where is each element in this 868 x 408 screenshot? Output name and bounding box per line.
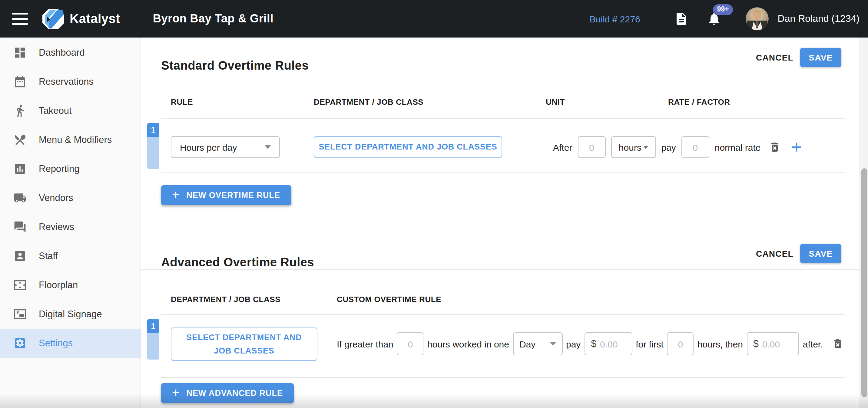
plus-icon: + xyxy=(172,188,180,201)
sidebar-item-label: Menu & Modifiers xyxy=(39,134,112,145)
sidebar-item-label: Reporting xyxy=(39,164,79,174)
for-first-label: for first xyxy=(636,339,663,349)
column-header-unit: UNIT xyxy=(546,98,565,106)
sidebar-item-label: Staff xyxy=(39,250,58,262)
first-hours-input[interactable] xyxy=(667,332,694,355)
standard-cancel-button[interactable]: CANCEL xyxy=(756,53,794,62)
dollar-sign: $ xyxy=(753,338,759,349)
standard-select-departments-button[interactable]: SELECT DEPARTMENT AND JOB CLASSES xyxy=(314,136,502,158)
pay-label-adv: pay xyxy=(566,339,581,349)
divider xyxy=(161,314,845,315)
sidebar-item-menu-modifiers[interactable]: Menu & Modifiers xyxy=(0,125,141,155)
new-overtime-rule-label: NEW OVERTIME RULE xyxy=(187,191,280,200)
scrollbar-thumb[interactable] xyxy=(861,168,867,397)
cutlery-icon xyxy=(13,133,27,146)
sidebar-item-reservations[interactable]: Reservations xyxy=(0,67,141,96)
period-value: Day xyxy=(519,339,535,349)
new-advanced-rule-button[interactable]: + NEW ADVANCED RULE xyxy=(161,383,294,403)
sidebar-item-floorplan[interactable]: Floorplan xyxy=(0,271,141,300)
after-period-label: after. xyxy=(803,339,823,349)
sidebar-item-takeout[interactable]: Takeout xyxy=(0,96,141,125)
sidebar-nav: Dashboard Reservations Takeout Menu & Mo… xyxy=(0,37,141,408)
delete-advanced-rule-icon[interactable] xyxy=(832,338,844,350)
first-rate-field[interactable] xyxy=(600,339,627,349)
advanced-row-badge-tail xyxy=(147,333,159,360)
column-header-department: DEPARTMENT / JOB CLASS xyxy=(314,98,424,106)
scrollbar[interactable] xyxy=(860,37,868,408)
sidebar-item-reporting[interactable]: Reporting xyxy=(0,155,141,183)
signage-icon xyxy=(13,307,27,321)
hamburger-menu-icon[interactable] xyxy=(12,13,28,25)
after-label: After xyxy=(553,142,572,152)
column-header-custom-rule: CUSTOM OVERTIME RULE xyxy=(337,295,441,304)
rule-row-number: 1 xyxy=(147,123,159,137)
build-number[interactable]: Build # 2276 xyxy=(590,13,640,24)
document-icon[interactable] xyxy=(674,11,689,26)
chevron-down-icon xyxy=(265,145,271,149)
sidebar-item-label: Settings xyxy=(39,338,73,349)
sidebar-item-reviews[interactable]: Reviews xyxy=(0,212,141,241)
sidebar-item-digital-signage[interactable]: Digital Signage xyxy=(0,300,141,329)
sidebar-item-vendors[interactable]: Vendors xyxy=(0,183,141,212)
advanced-select-departments-button[interactable]: SELECT DEPARTMENT AND JOB CLASSES xyxy=(171,328,317,361)
pay-label: pay xyxy=(661,142,676,152)
sidebar-item-dashboard[interactable]: Dashboard xyxy=(0,38,141,67)
after-rate-field[interactable] xyxy=(762,339,789,349)
rule-row-badge-tail xyxy=(147,137,159,169)
unit-select[interactable]: hours xyxy=(611,136,656,158)
sidebar-item-label: Dashboard xyxy=(39,47,85,58)
user-avatar[interactable] xyxy=(746,7,769,30)
overtime-hours-input[interactable] xyxy=(578,136,606,158)
rate-factor-input[interactable] xyxy=(681,136,709,158)
standard-section-title: Standard Overtime Rules xyxy=(161,59,309,72)
divider xyxy=(161,172,845,172)
unit-value: hours xyxy=(619,142,642,152)
rule-row-badge: 1 xyxy=(147,123,159,169)
restaurant-name: Byron Bay Tap & Grill xyxy=(153,12,274,26)
notifications-bell-icon[interactable]: 99+ xyxy=(707,11,721,26)
user-name[interactable]: Dan Roland (1234) xyxy=(778,13,860,24)
standard-rule-sentence: After hours pay normal rate xyxy=(553,136,803,158)
sidebar-item-label: Reservations xyxy=(39,76,94,87)
sidebar-item-settings[interactable]: Settings xyxy=(0,329,141,358)
dashboard-icon xyxy=(13,46,27,59)
normal-rate-label: normal rate xyxy=(715,142,761,152)
advanced-save-button[interactable]: SAVE xyxy=(800,244,841,263)
chevron-down-icon xyxy=(643,145,648,148)
app-header: Katalyst Byron Bay Tap & Grill Build # 2… xyxy=(0,0,868,37)
katalyst-emblem-icon xyxy=(42,9,64,29)
gear-icon xyxy=(13,337,27,350)
threshold-hours-input[interactable] xyxy=(397,332,424,355)
divider xyxy=(141,73,860,73)
truck-icon xyxy=(13,191,27,205)
new-advanced-rule-label: NEW ADVANCED RULE xyxy=(187,388,283,398)
overscan-icon xyxy=(13,278,27,292)
notification-count-badge: 99+ xyxy=(713,4,733,15)
calendar-icon xyxy=(13,75,27,89)
bar-chart-icon xyxy=(13,162,27,175)
divider xyxy=(141,269,860,270)
sidebar-item-label: Takeout xyxy=(39,105,72,116)
sidebar-item-staff[interactable]: Staff xyxy=(0,241,141,271)
sidebar-item-label: Vendors xyxy=(39,193,73,203)
first-rate-input[interactable]: $ xyxy=(584,332,632,355)
advanced-row-number: 1 xyxy=(147,319,159,333)
advanced-row-badge: 1 xyxy=(147,319,159,360)
sidebar-item-label: Digital Signage xyxy=(39,309,102,319)
add-rule-icon[interactable] xyxy=(790,140,803,154)
standard-save-button[interactable]: SAVE xyxy=(800,48,841,67)
period-select[interactable]: Day xyxy=(513,332,562,355)
advanced-cancel-button[interactable]: CANCEL xyxy=(756,249,794,259)
divider xyxy=(161,377,845,378)
chevron-down-icon xyxy=(550,342,556,346)
new-overtime-rule-button[interactable]: + NEW OVERTIME RULE xyxy=(161,185,291,205)
after-rate-input[interactable]: $ xyxy=(747,332,799,355)
dollar-sign: $ xyxy=(591,338,596,349)
person-badge-icon xyxy=(13,249,27,263)
advanced-section-title: Advanced Overtime Rules xyxy=(161,255,314,269)
rule-type-select[interactable]: Hours per day xyxy=(171,136,280,158)
delete-rule-icon[interactable] xyxy=(769,141,781,153)
app-logo[interactable]: Katalyst xyxy=(42,9,120,29)
chat-bubbles-icon xyxy=(13,220,27,234)
column-header-department-adv: DEPARTMENT / JOB CLASS xyxy=(171,295,280,304)
